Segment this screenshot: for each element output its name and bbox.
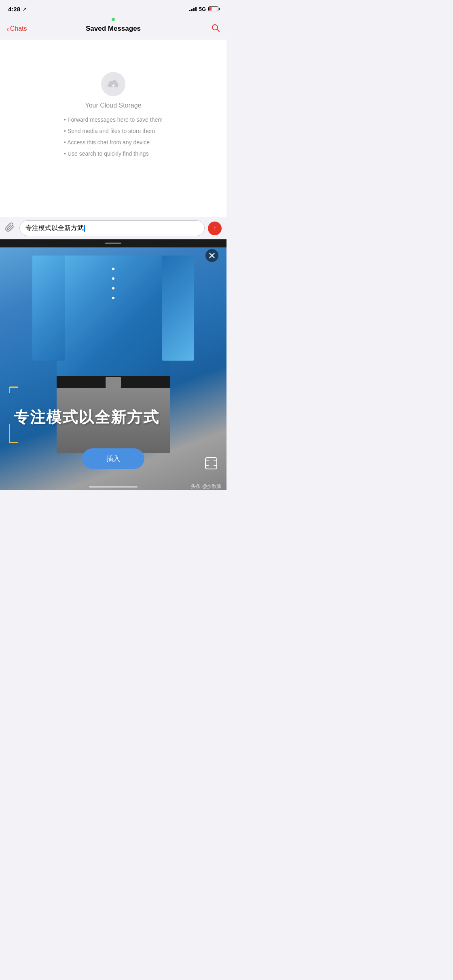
gps-icon: ↗ — [22, 6, 27, 12]
battery-fill — [209, 7, 212, 11]
back-button[interactable]: ‹ Chats — [6, 24, 27, 34]
paperclip-icon — [5, 222, 15, 232]
belt-buckle — [106, 377, 121, 388]
online-indicator — [112, 18, 115, 21]
cloud-icon — [107, 78, 120, 90]
svg-rect-4 — [205, 458, 217, 469]
signal-bar-3 — [193, 8, 195, 11]
close-icon — [209, 253, 215, 258]
attach-button[interactable] — [5, 222, 16, 234]
main-content: Your Cloud Storage Forward messages here… — [0, 40, 226, 234]
close-preview-button[interactable] — [205, 249, 218, 262]
feature-4: Use search to quickly find things — [64, 148, 163, 159]
image-preview-area: 专注模式以全新方式 插入 头条 @少数派 — [0, 239, 226, 490]
chevron-left-icon: ‹ — [6, 24, 9, 34]
shirt-buttons — [112, 256, 114, 361]
status-right: 5G — [189, 6, 218, 12]
image-overlay-text: 专注模式以全新方式 — [14, 407, 159, 428]
message-input-area: 专注模式以全新方武 ↑ — [0, 217, 226, 239]
feature-2: Send media and files to store them — [64, 125, 163, 137]
cloud-storage-icon — [101, 72, 125, 96]
cloud-storage-title: Your Cloud Storage — [85, 102, 141, 109]
status-time: 4:28 — [8, 6, 20, 13]
home-indicator — [89, 486, 138, 488]
signal-bar-4 — [195, 7, 197, 11]
text-cursor — [84, 225, 85, 232]
insert-button[interactable]: 插入 — [82, 448, 144, 469]
signal-bar-2 — [191, 9, 193, 11]
preview-image: 专注模式以全新方式 插入 头条 @少数派 — [0, 247, 226, 490]
send-icon: ↑ — [213, 224, 216, 232]
input-text: 专注模式以全新方武 — [25, 224, 84, 232]
screenshot-button[interactable] — [204, 456, 218, 471]
feature-1: Forward messages here to save them — [64, 114, 163, 125]
bracket-top — [9, 387, 18, 393]
page-title: Saved Messages — [86, 25, 141, 33]
send-button[interactable]: ↑ — [208, 222, 222, 235]
battery-icon — [208, 6, 218, 11]
crop-icon — [204, 456, 218, 471]
cloud-storage-features: Forward messages here to save them Send … — [64, 114, 163, 159]
status-bar: 4:28 ↗ 5G — [0, 0, 226, 18]
search-button[interactable] — [211, 23, 220, 34]
message-input[interactable]: 专注模式以全新方武 — [19, 220, 205, 236]
right-arm — [162, 256, 194, 361]
signal-type: 5G — [199, 6, 206, 12]
drag-handle[interactable] — [105, 243, 121, 244]
signal-bars — [189, 7, 197, 11]
signal-bar-1 — [189, 10, 191, 11]
back-label: Chats — [10, 25, 27, 32]
watermark: 头条 @少数派 — [191, 483, 222, 490]
left-arm — [32, 256, 65, 361]
search-icon — [211, 23, 220, 32]
feature-3: Access this chat from any device — [64, 137, 163, 148]
svg-line-1 — [217, 29, 220, 32]
nav-bar: ‹ Chats Saved Messages — [0, 18, 226, 40]
